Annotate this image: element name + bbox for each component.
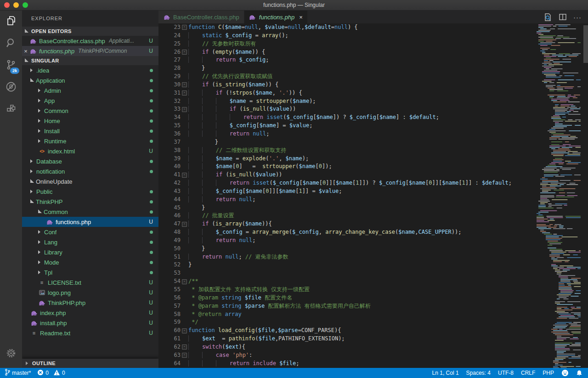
code-line[interactable]: 36 return null;	[158, 130, 588, 138]
code-line[interactable]: 42 return isset($_config[$name[0]][$name…	[158, 179, 588, 187]
line-number[interactable]: 48	[158, 228, 181, 237]
search-activity-button[interactable]	[0, 33, 22, 55]
line-number[interactable]: 47	[158, 220, 181, 228]
tree-item-lang[interactable]: Lang	[22, 237, 158, 247]
tab-basecontroller-class-php[interactable]: BaseController.class.php	[158, 11, 244, 23]
line-number[interactable]: 52	[158, 261, 181, 269]
code-line[interactable]: 38 // 二维数组设置和获取支持	[158, 147, 588, 155]
code-line[interactable]: 47- if (is_array($name)){	[158, 220, 588, 228]
source-control-activity-button[interactable]: 2k	[0, 55, 22, 77]
problems-status[interactable]: 0 0	[37, 369, 65, 377]
notifications-bell-icon[interactable]	[576, 370, 582, 377]
line-number[interactable]: 60	[158, 327, 181, 335]
tree-item-runtime[interactable]: Runtime	[22, 136, 158, 146]
cursor-position[interactable]: Ln 1, Col 1	[432, 370, 459, 376]
tree-item--idea[interactable]: .idea	[22, 65, 158, 75]
code-line[interactable]: 37 }	[158, 138, 588, 147]
code-line[interactable]: 30- if (is_string($name)) {	[158, 81, 588, 89]
tree-item-app[interactable]: App	[22, 96, 158, 106]
code-line[interactable]: 61 $ext = pathinfo($file,PATHINFO_EXTENS…	[158, 335, 588, 343]
extensions-activity-button[interactable]	[0, 99, 22, 121]
maximize-window-button[interactable]	[23, 2, 28, 8]
open-editor-item[interactable]: BaseController.class.phpApplicati...U	[22, 36, 158, 46]
code-line[interactable]: 46 // 批量设置	[158, 212, 588, 220]
line-number[interactable]: 61	[158, 335, 181, 343]
code-line[interactable]: 56 * @param string $file 配置文件名	[158, 294, 588, 302]
code-line[interactable]: 24 static $_config = array();	[158, 32, 588, 40]
code-line[interactable]: 23-function C($name=null, $value=null,$d…	[158, 23, 588, 32]
tree-item-conf[interactable]: Conf	[22, 227, 158, 237]
open-preview-icon[interactable]	[543, 13, 552, 22]
line-number[interactable]: 26	[158, 48, 181, 56]
code-line[interactable]: 32 $name = strtoupper($name);	[158, 97, 588, 106]
line-number[interactable]: 59	[158, 318, 181, 327]
line-number[interactable]: 43	[158, 187, 181, 196]
more-actions-icon[interactable]: ···	[573, 13, 582, 21]
tree-item-application[interactable]: Application	[22, 75, 158, 85]
split-editor-icon[interactable]	[559, 13, 567, 21]
line-number[interactable]: 49	[158, 237, 181, 245]
tree-item-home[interactable]: Home	[22, 116, 158, 126]
code-line[interactable]: 45 }	[158, 204, 588, 212]
line-number[interactable]: 34	[158, 113, 181, 122]
tree-item-library[interactable]: Library	[22, 247, 158, 257]
code-line[interactable]: 35 $_config[$name] = $value;	[158, 122, 588, 130]
fold-toggle-icon[interactable]: -	[182, 50, 187, 55]
encoding-setting[interactable]: UTF-8	[498, 370, 514, 376]
tree-item-admin[interactable]: Admin	[22, 85, 158, 96]
line-number[interactable]: 37	[158, 138, 181, 147]
code-line[interactable]: 27 return $_config;	[158, 56, 588, 64]
tree-item-install[interactable]: Install	[22, 126, 158, 136]
code-line[interactable]: 33- if (is_null($value))	[158, 105, 588, 113]
code-line[interactable]: 52}	[158, 261, 588, 269]
fold-toggle-icon[interactable]: -	[182, 353, 187, 358]
line-number[interactable]: 29	[158, 73, 181, 81]
code-line[interactable]: 39 $name = explode('.', $name);	[158, 155, 588, 163]
settings-gear-button[interactable]	[0, 343, 22, 365]
line-number[interactable]: 45	[158, 204, 181, 212]
line-number[interactable]: 25	[158, 40, 181, 48]
tree-item-tpl[interactable]: Tpl	[22, 267, 158, 277]
code-line[interactable]: 57 * @param string $parse 配置解析方法 有些格式需要用…	[158, 302, 588, 310]
close-tab-icon[interactable]: ×	[299, 14, 303, 21]
tree-item-common[interactable]: Common	[22, 207, 158, 217]
fold-toggle-icon[interactable]: -	[182, 90, 187, 96]
code-line[interactable]: 58 * @return array	[158, 310, 588, 319]
code-line[interactable]: 54-/**	[158, 277, 588, 286]
line-number[interactable]: 24	[158, 32, 181, 40]
fold-toggle-icon[interactable]: -	[182, 107, 187, 112]
close-window-button[interactable]	[4, 2, 10, 8]
code-line[interactable]: 49 return null;	[158, 237, 588, 245]
code-line[interactable]: 40 $name[0] = strtoupper($name[0]);	[158, 163, 588, 171]
code-line[interactable]: 26- if (empty($name)) {	[158, 48, 588, 56]
line-number[interactable]: 33	[158, 105, 181, 113]
line-number[interactable]: 31	[158, 89, 181, 97]
tab-functions-php[interactable]: functions.php×	[244, 11, 308, 23]
fold-toggle-icon[interactable]: -	[182, 344, 187, 350]
line-number[interactable]: 44	[158, 196, 181, 204]
scrollbar-thumb[interactable]	[583, 25, 588, 63]
open-editor-item[interactable]: ×functions.phpThinkPHP/CommonU	[22, 46, 158, 56]
tree-item-install-php[interactable]: install.phpU	[22, 318, 158, 328]
tree-item-database[interactable]: Database	[22, 156, 158, 166]
tree-item-onlineupdate[interactable]: OnlineUpdate	[22, 176, 158, 186]
tree-item-readme-txt[interactable]: ≡Readme.txtU	[22, 328, 158, 338]
code-line[interactable]: 50 }	[158, 245, 588, 253]
debug-activity-button[interactable]	[0, 77, 22, 99]
code-line[interactable]: 43 $_config[$name[0]][$name[1]] = $value…	[158, 187, 588, 196]
code-line[interactable]: 53	[158, 269, 588, 277]
explorer-activity-button[interactable]	[0, 11, 22, 33]
language-mode[interactable]: PHP	[543, 370, 554, 376]
code-line[interactable]: 62- switch($ext){	[158, 343, 588, 351]
minimize-window-button[interactable]	[13, 2, 19, 8]
open-editors-header[interactable]: OPEN EDITORS	[22, 27, 158, 36]
git-branch-status[interactable]: master*	[5, 369, 31, 377]
fold-toggle-icon[interactable]: -	[182, 173, 187, 178]
line-number[interactable]: 36	[158, 130, 181, 138]
line-number[interactable]: 28	[158, 64, 181, 73]
line-number[interactable]: 41	[158, 171, 181, 179]
tree-item-index-php[interactable]: index.phpU	[22, 308, 158, 318]
tree-item-index-html[interactable]: <>index.htmlU	[22, 146, 158, 156]
code-line[interactable]: 44 return null;	[158, 196, 588, 204]
tree-item-notification[interactable]: notification	[22, 166, 158, 176]
